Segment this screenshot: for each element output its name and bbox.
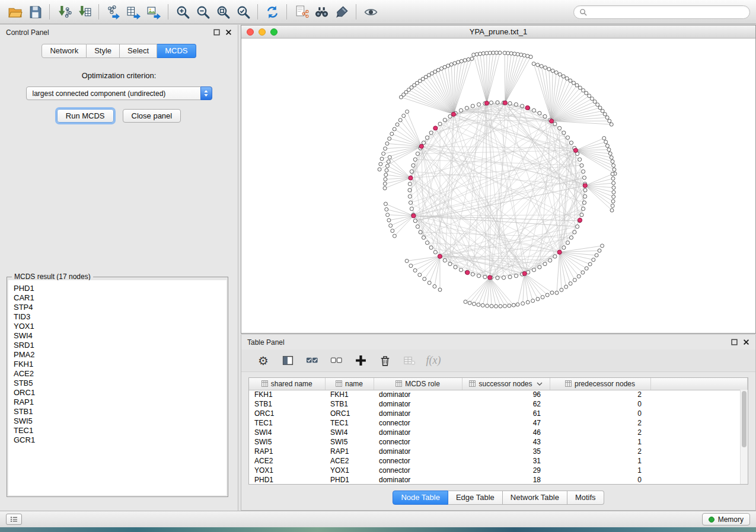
- network-node[interactable]: [562, 131, 566, 134]
- network-node[interactable]: [547, 68, 551, 71]
- table-row[interactable]: TEC1TEC1connector472: [249, 418, 748, 428]
- network-node[interactable]: [558, 126, 562, 130]
- network-node[interactable]: [583, 194, 587, 198]
- network-node[interactable]: [558, 73, 562, 76]
- network-node[interactable]: [405, 259, 409, 262]
- mcds-result-item[interactable]: STB5: [14, 379, 221, 388]
- network-node[interactable]: [413, 158, 417, 161]
- network-dominator-node[interactable]: [465, 270, 470, 274]
- network-node[interactable]: [477, 303, 480, 306]
- network-node[interactable]: [398, 118, 402, 122]
- network-node[interactable]: [581, 271, 585, 274]
- column-header-shared-name[interactable]: shared name: [249, 378, 325, 390]
- mcds-result-item[interactable]: PMA2: [14, 350, 221, 360]
- panel-selector-button[interactable]: [6, 514, 22, 525]
- zoom-fit-button[interactable]: [213, 2, 233, 22]
- network-node[interactable]: [611, 204, 614, 207]
- mcds-result-item[interactable]: TID3: [14, 312, 221, 322]
- float-table-panel-icon[interactable]: [731, 339, 738, 345]
- network-node[interactable]: [428, 281, 431, 284]
- network-node[interactable]: [532, 268, 535, 272]
- network-node[interactable]: [425, 241, 429, 245]
- delete-button[interactable]: [377, 353, 393, 368]
- window-minimize-button[interactable]: [259, 28, 266, 36]
- network-node[interactable]: [585, 91, 588, 95]
- network-node[interactable]: [564, 285, 568, 289]
- network-node[interactable]: [588, 262, 592, 266]
- network-node[interactable]: [508, 101, 512, 105]
- network-node[interactable]: [553, 122, 557, 126]
- network-node[interactable]: [544, 66, 547, 69]
- network-node[interactable]: [481, 52, 485, 55]
- tab-network[interactable]: Network: [42, 44, 87, 58]
- zoom-out-button[interactable]: [193, 2, 213, 22]
- network-node[interactable]: [446, 64, 450, 68]
- network-node[interactable]: [498, 51, 502, 55]
- network-node[interactable]: [601, 244, 604, 248]
- network-node[interactable]: [412, 164, 415, 167]
- network-node[interactable]: [443, 118, 446, 121]
- network-node[interactable]: [388, 137, 391, 140]
- network-node[interactable]: [573, 230, 576, 234]
- network-node[interactable]: [508, 304, 511, 307]
- network-node[interactable]: [548, 258, 552, 262]
- table-tab-network-table[interactable]: Network Table: [503, 491, 567, 505]
- network-node[interactable]: [604, 140, 608, 144]
- table-row[interactable]: STB1STB1dominator620: [249, 399, 748, 409]
- network-node[interactable]: [610, 123, 613, 126]
- network-node[interactable]: [582, 201, 586, 204]
- mcds-result-item[interactable]: STP4: [14, 303, 221, 312]
- network-node[interactable]: [388, 155, 391, 159]
- network-node[interactable]: [573, 278, 576, 282]
- network-node[interactable]: [588, 94, 591, 98]
- network-node[interactable]: [492, 51, 495, 55]
- network-node[interactable]: [453, 62, 457, 65]
- network-node[interactable]: [521, 104, 524, 108]
- network-node[interactable]: [608, 152, 612, 155]
- mcds-result-item[interactable]: PHD1: [14, 284, 221, 293]
- network-node[interactable]: [499, 305, 502, 308]
- copy-view-button[interactable]: [291, 2, 311, 22]
- network-node[interactable]: [554, 70, 558, 74]
- network-node[interactable]: [611, 160, 614, 164]
- network-node[interactable]: [503, 305, 506, 308]
- network-node[interactable]: [514, 274, 518, 278]
- network-node[interactable]: [509, 52, 513, 55]
- network-node[interactable]: [605, 116, 609, 119]
- network-node[interactable]: [577, 274, 580, 278]
- network-dominator-node[interactable]: [550, 119, 554, 123]
- network-node[interactable]: [384, 173, 388, 177]
- network-dominator-node[interactable]: [578, 218, 582, 222]
- network-node[interactable]: [503, 51, 506, 55]
- network-node[interactable]: [471, 273, 474, 276]
- network-node[interactable]: [410, 169, 413, 173]
- network-node[interactable]: [385, 207, 388, 211]
- network-node[interactable]: [384, 178, 387, 181]
- network-node[interactable]: [379, 162, 382, 166]
- network-node[interactable]: [422, 141, 425, 145]
- network-node[interactable]: [582, 89, 585, 92]
- network-node[interactable]: [438, 122, 442, 126]
- network-node[interactable]: [490, 305, 493, 308]
- network-node[interactable]: [540, 65, 543, 68]
- network-node[interactable]: [380, 157, 384, 161]
- network-node[interactable]: [459, 108, 462, 112]
- open-session-button[interactable]: [5, 2, 25, 22]
- network-node[interactable]: [562, 75, 565, 78]
- search-input[interactable]: [591, 8, 744, 17]
- network-node[interactable]: [464, 300, 467, 303]
- column-header-name[interactable]: name: [325, 378, 374, 390]
- network-node[interactable]: [408, 194, 412, 198]
- network-node[interactable]: [566, 241, 569, 245]
- network-dominator-node[interactable]: [583, 184, 587, 188]
- settings-button[interactable]: ⚙: [256, 353, 271, 368]
- network-node[interactable]: [393, 234, 396, 238]
- network-node[interactable]: [486, 304, 489, 307]
- highlight-button[interactable]: [331, 2, 352, 22]
- network-node[interactable]: [488, 51, 492, 55]
- zoom-selected-button[interactable]: [233, 2, 253, 22]
- network-node[interactable]: [443, 65, 446, 69]
- network-node[interactable]: [532, 108, 535, 112]
- network-node[interactable]: [560, 288, 563, 291]
- network-node[interactable]: [565, 76, 569, 80]
